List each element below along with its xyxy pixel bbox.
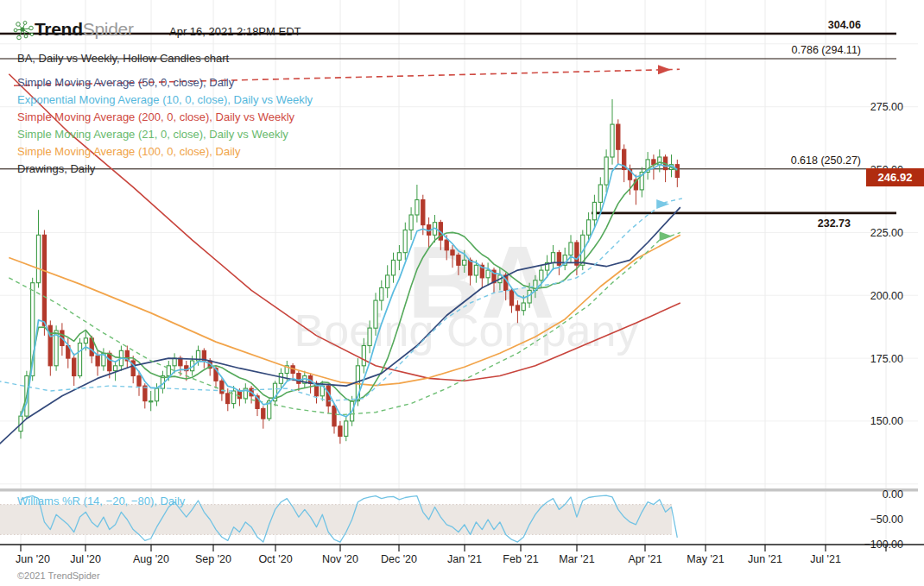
x-axis-label: May '21: [687, 553, 724, 565]
x-axis[interactable]: Jun '20Jul '20Aug '20Sep '20Oct '20Nov '…: [0, 545, 924, 565]
price-tick-label: 225.00: [870, 227, 903, 239]
legend-item-1[interactable]: Exponential Moving Average (10, 0, close…: [17, 91, 313, 109]
x-axis-label: Jan '21: [447, 553, 482, 565]
ema10-daily-line: [21, 164, 677, 417]
svg-text:Boeing Company: Boeing Company: [294, 306, 639, 356]
level-label: 232.73: [818, 217, 851, 230]
x-axis-label: Nov '20: [322, 553, 358, 565]
brand-trend: Trend: [35, 19, 83, 39]
x-axis-label: Jul '20: [70, 553, 101, 565]
chart-title[interactable]: BA, Daily vs Weekly, Hollow Candles char…: [17, 52, 229, 65]
legend-item-2[interactable]: Simple Moving Average (200, 0, close), D…: [17, 109, 313, 126]
x-axis-label: Apr '21: [628, 553, 661, 565]
x-axis-label: Jun '21: [748, 553, 782, 565]
price-tick-label: 275.00: [870, 101, 903, 113]
last-price-tag: 246.92: [866, 168, 924, 186]
x-axis-label: Jul '21: [810, 553, 841, 565]
indicator-legend: Simple Moving Average (50, 0, close), Da…: [17, 74, 313, 178]
x-axis-label: Oct '20: [258, 553, 292, 565]
trendline-arrow-icon: [658, 65, 671, 74]
indicator-tick-label: −50.00: [870, 514, 903, 526]
x-axis-label: Feb '21: [503, 553, 538, 565]
legend-item-5[interactable]: Drawings, Daily: [17, 161, 313, 178]
legend-item-4[interactable]: Simple Moving Average (100, 0, close), D…: [17, 143, 313, 161]
price-tick-label: 175.00: [870, 353, 903, 365]
price-tick-label: 150.00: [870, 415, 903, 427]
x-axis-label: Jun '20: [16, 553, 50, 565]
x-axis-label: Aug '20: [133, 553, 169, 565]
ema10-weekly-line-arrow-icon: [656, 199, 669, 209]
level-label: 304.06: [828, 19, 861, 31]
chart-datetime: Apr 16, 2021 2:18PM EDT: [169, 25, 301, 38]
panel-divider: [0, 488, 918, 492]
legend-item-0[interactable]: Simple Moving Average (50, 0, close), Da…: [17, 74, 313, 91]
sma21-daily-line: [21, 162, 677, 416]
price-tick-label: 200.00: [870, 290, 903, 302]
brand-spider: Spider: [83, 19, 134, 39]
ema10-weekly-line: [0, 198, 682, 401]
williams-band: [0, 505, 672, 535]
x-axis-label: Dec '20: [381, 553, 417, 565]
indicator-tick-label: 0.00: [883, 488, 903, 501]
logo-center-dot: [20, 27, 24, 31]
x-axis-label: Sep '20: [195, 553, 231, 565]
williams-r-label[interactable]: Williams %R (14, −20, −80), Daily: [17, 495, 185, 507]
brand-wordmark: TrendSpider: [35, 19, 134, 40]
legend-item-3[interactable]: Simple Moving Average (21, 0, close), Da…: [17, 126, 313, 143]
x-axis-label: Mar '21: [559, 553, 594, 565]
copyright-text: ©2021 TrendSpider: [17, 570, 100, 581]
trendspider-logo-icon: [13, 19, 35, 42]
level-label: 0.618 (250.27): [791, 154, 861, 167]
level-label: 0.786 (294.11): [792, 44, 861, 56]
price-axis[interactable]: 275.00250.00225.00200.00175.00150.00: [870, 101, 903, 427]
